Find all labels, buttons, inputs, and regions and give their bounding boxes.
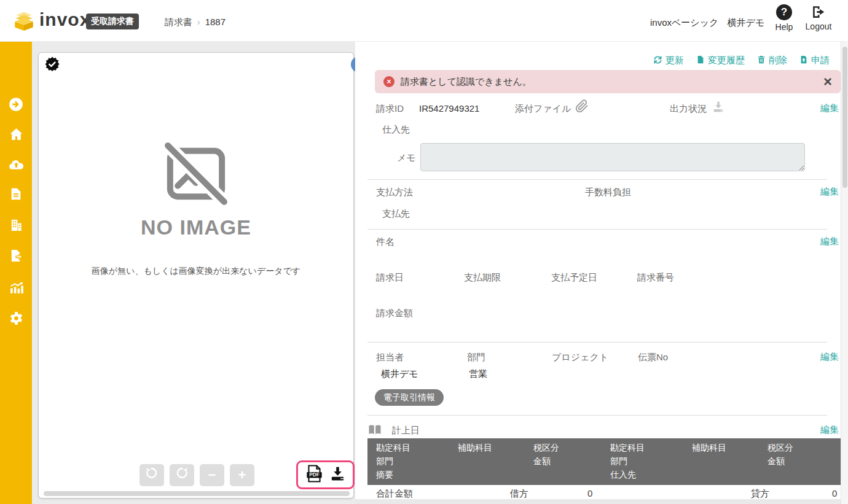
paperclip-icon[interactable]: [575, 99, 589, 115]
detail-pane: 更新 変更履歴 削除: [355, 42, 841, 504]
bottom-strip: [355, 499, 841, 504]
edit-invoice-link[interactable]: 編集: [820, 236, 839, 247]
help-icon: ?: [776, 4, 792, 20]
project-label: プロジェクト: [552, 352, 608, 363]
rotate-left-button[interactable]: [139, 464, 164, 486]
cloud-upload-icon: [8, 157, 25, 176]
refresh-icon: [653, 55, 662, 66]
ledger-header-cell: [692, 456, 768, 470]
etransaction-button[interactable]: 電子取引情報: [375, 389, 444, 406]
ledger-table-header: 勘定科目 補助科目 税区分 部門 金額 摘要 勘定科目 補助科目 税区分 部門: [367, 438, 841, 485]
delete-label: 削除: [769, 55, 787, 66]
pdf-icon-label: PDF: [309, 472, 320, 478]
minus-icon: −: [208, 465, 216, 486]
no-image-icon: [158, 136, 234, 214]
edit-assignee-link[interactable]: 編集: [820, 351, 839, 363]
sidebar-item-collapse[interactable]: [0, 93, 32, 118]
ledger-header-cell: [692, 470, 768, 483]
account-menu[interactable]: invoxベーシック 横井デモ: [650, 17, 764, 29]
ledger-header-cell: [458, 470, 533, 483]
sidebar-item-reports[interactable]: [0, 276, 32, 301]
close-icon[interactable]: ×: [823, 74, 832, 89]
book-icon: [367, 422, 382, 440]
invox-logo-icon: [12, 9, 36, 34]
home-icon: [9, 126, 24, 144]
help-button[interactable]: ? Help: [771, 4, 798, 32]
submit-label: 申請: [811, 55, 830, 66]
highlight-box: PDF: [296, 460, 355, 489]
department-label: 部門: [467, 352, 485, 363]
ledger-header-cell: [533, 470, 607, 483]
refresh-button[interactable]: 更新: [653, 55, 684, 66]
file-export-icon: [9, 249, 23, 265]
ledger-header-cell: 勘定科目: [376, 443, 458, 456]
sidebar-nav: [0, 42, 32, 504]
logo-product-badge: 受取請求書: [86, 14, 139, 29]
sidebar-item-export[interactable]: [0, 244, 32, 269]
ledger-header-cell: 金額: [768, 456, 841, 470]
submit-button[interactable]: 申請: [799, 55, 830, 66]
supplier-label: 仕入先: [382, 124, 410, 136]
document-icon: [9, 187, 23, 203]
ledger-header-cell: 金額: [533, 456, 607, 470]
person-label: 担当者: [376, 352, 404, 363]
zoom-in-button[interactable]: +: [230, 464, 254, 486]
zoom-out-button[interactable]: −: [200, 464, 224, 486]
section-divider: [367, 342, 827, 343]
sidebar-item-documents[interactable]: [0, 183, 32, 207]
debit-value: 0: [587, 488, 592, 498]
invoice-image-card: 未申請 NO IMAGE 画像が無い、もしくは画像変換が出来ないデータです: [38, 52, 354, 498]
edit-basic-link[interactable]: 編集: [820, 103, 839, 114]
action-bar: 更新 変更履歴 削除: [653, 55, 830, 66]
image-download-button[interactable]: [329, 465, 347, 485]
history-label: 変更履歴: [708, 55, 745, 66]
invoice-no-label: 請求番号: [637, 272, 674, 284]
plan-name: invoxベーシック: [650, 17, 718, 28]
chart-icon: [9, 280, 24, 298]
gear-icon: [9, 311, 24, 328]
logout-label: Logout: [801, 21, 836, 31]
file-icon: [696, 55, 705, 66]
scrollbar-thumb[interactable]: [842, 47, 847, 188]
section-divider: [367, 415, 827, 416]
sidebar-item-settings[interactable]: [0, 307, 32, 331]
amount-label: 請求金額: [376, 308, 413, 319]
ledger-header-cell: [768, 470, 841, 483]
logout-button[interactable]: Logout: [801, 4, 836, 31]
edit-payment-link[interactable]: 編集: [820, 186, 839, 198]
ledger-header-cell: 部門: [610, 456, 692, 470]
ledger-header-cell: 税区分: [533, 443, 607, 456]
breadcrumb-section[interactable]: 請求書: [165, 17, 192, 27]
sidebar-item-home[interactable]: [0, 123, 32, 147]
section-divider: [367, 229, 827, 230]
rotate-left-icon: [145, 465, 159, 486]
memo-label: メモ: [397, 152, 416, 164]
error-message: 請求書として認識できません。: [401, 76, 823, 88]
attachment-label: 添付ファイル: [515, 103, 571, 115]
debit-label: 借方: [510, 488, 528, 500]
vertical-scrollbar[interactable]: [841, 42, 848, 504]
totals-label: 合計金額: [376, 488, 413, 500]
pdf-download-button[interactable]: PDF: [305, 464, 324, 486]
fee-burden-label: 手数料負担: [585, 187, 631, 198]
payee-label: 支払先: [382, 208, 410, 220]
memo-textarea[interactable]: [420, 143, 805, 171]
section-divider: [367, 179, 827, 180]
user-name: 横井デモ: [721, 17, 765, 28]
logo-text: invox: [39, 9, 90, 30]
sidebar-item-upload[interactable]: [0, 153, 32, 178]
delete-button[interactable]: 削除: [757, 55, 787, 66]
invoice-id-label: 請求ID: [376, 103, 404, 115]
top-header: invox 受取請求書 請求書›1887 invoxベーシック 横井デモ ? H…: [0, 0, 848, 42]
sidebar-item-suppliers[interactable]: [0, 214, 32, 238]
rotate-right-button[interactable]: [170, 464, 194, 486]
output-download-icon[interactable]: [712, 100, 725, 116]
viewer-horizontal-scrollbar[interactable]: [44, 491, 350, 496]
history-button[interactable]: 変更履歴: [696, 55, 745, 66]
file-up-icon: [799, 55, 808, 66]
ledger-header-cell: [458, 456, 533, 470]
edit-ledger-link[interactable]: 編集: [820, 424, 839, 436]
invoice-id-value: IR5427949321: [419, 103, 479, 114]
credit-value: 0: [832, 488, 837, 498]
ledger-header-cell: 摘要: [376, 470, 458, 483]
